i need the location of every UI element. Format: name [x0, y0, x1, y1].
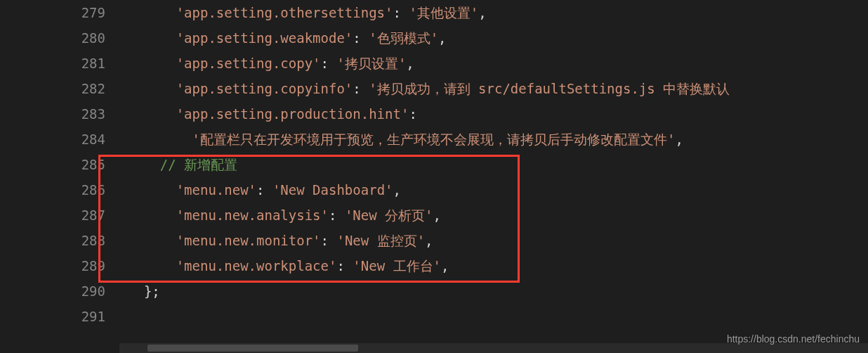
code-token: '其他设置'	[409, 5, 478, 20]
code-token: 'New 监控页'	[336, 233, 425, 248]
code-line[interactable]: 'app.setting.othersettings': '其他设置',	[119, 0, 868, 25]
code-token: 'app.setting.weakmode'	[176, 30, 353, 46]
code-line[interactable]: 'menu.new.monitor': 'New 监控页',	[119, 228, 868, 253]
code-token: '拷贝设置'	[336, 56, 406, 71]
code-line[interactable]: '配置栏只在开发环境用于预览，生产环境不会展现，请拷贝后手动修改配置文件',	[119, 127, 868, 152]
code-token: 'menu.new.analysis'	[176, 207, 329, 223]
code-token: '拷贝成功，请到 src/defaultSettings.js 中替换默认	[369, 81, 730, 96]
code-token: 'menu.new.monitor'	[176, 233, 321, 248]
code-editor[interactable]: 279280281282283284285286287288289290291 …	[0, 0, 868, 353]
line-number: 285	[0, 152, 105, 177]
code-line[interactable]: 'app.setting.copyinfo': '拷贝成功，请到 src/def…	[119, 76, 868, 101]
code-token: ,	[478, 5, 486, 20]
code-line[interactable]: 'menu.new.workplace': 'New 工作台',	[119, 253, 868, 278]
line-number: 282	[0, 76, 105, 101]
code-token: :	[321, 233, 337, 248]
code-token: '配置栏只在开发环境用于预览，生产环境不会展现，请拷贝后手动修改配置文件'	[192, 131, 676, 147]
line-number: 284	[0, 127, 105, 152]
line-number: 291	[0, 304, 105, 329]
code-token: 'New 工作台'	[353, 258, 441, 274]
code-token: 'app.setting.copy'	[176, 56, 321, 71]
line-number: 286	[0, 177, 105, 203]
code-line[interactable]	[119, 304, 868, 329]
code-token: ,	[433, 207, 441, 223]
line-number: 283	[0, 101, 105, 127]
code-token: :	[321, 56, 337, 71]
line-number: 281	[0, 51, 105, 76]
line-number: 279	[0, 0, 105, 25]
code-token: 新增配置	[184, 157, 237, 172]
code-token: 'menu.new.workplace'	[176, 258, 337, 274]
code-token: 'app.setting.othersettings'	[176, 5, 393, 20]
code-token: 'menu.new'	[176, 182, 256, 198]
code-line[interactable]: };	[119, 278, 868, 304]
code-token: ,	[675, 131, 683, 147]
code-line[interactable]: 'app.setting.production.hint':	[119, 101, 868, 127]
code-token: 'app.setting.production.hint'	[176, 106, 409, 122]
line-number: 288	[0, 228, 105, 253]
code-token: :	[393, 5, 409, 20]
code-token: ,	[425, 233, 433, 248]
code-token: :	[256, 182, 272, 198]
line-number: 289	[0, 253, 105, 278]
code-token: :	[329, 207, 345, 223]
line-number: 280	[0, 25, 105, 51]
code-line[interactable]: 'app.setting.weakmode': '色弱模式',	[119, 25, 868, 51]
code-line[interactable]: // 新增配置	[119, 152, 868, 177]
code-token: ,	[438, 30, 446, 46]
code-token: '色弱模式'	[369, 30, 438, 46]
watermark-text: https://blog.csdn.net/fechinchu	[727, 330, 860, 349]
code-token: 'New 分析页'	[345, 207, 433, 223]
code-token: :	[336, 258, 353, 274]
code-token: :	[353, 30, 369, 46]
code-token: };	[144, 283, 160, 299]
code-token: :	[409, 106, 416, 122]
horizontal-scrollbar-thumb[interactable]	[147, 345, 358, 352]
line-number: 287	[0, 203, 105, 228]
line-number: 290	[0, 278, 105, 304]
code-token: ,	[441, 258, 449, 274]
code-token: 'app.setting.copyinfo'	[176, 81, 353, 96]
code-token: //	[160, 157, 184, 172]
code-line[interactable]: 'menu.new': 'New Dashboard',	[119, 177, 868, 203]
code-line[interactable]: 'menu.new.analysis': 'New 分析页',	[119, 203, 868, 228]
code-line[interactable]: 'app.setting.copy': '拷贝设置',	[119, 51, 868, 76]
code-content[interactable]: 'app.setting.othersettings': '其他设置', 'ap…	[119, 0, 868, 353]
code-token: :	[353, 81, 369, 96]
code-token: ,	[393, 182, 401, 198]
code-token: 'New Dashboard'	[272, 182, 393, 198]
code-token: ,	[406, 56, 414, 71]
line-number-gutter: 279280281282283284285286287288289290291	[0, 0, 119, 353]
